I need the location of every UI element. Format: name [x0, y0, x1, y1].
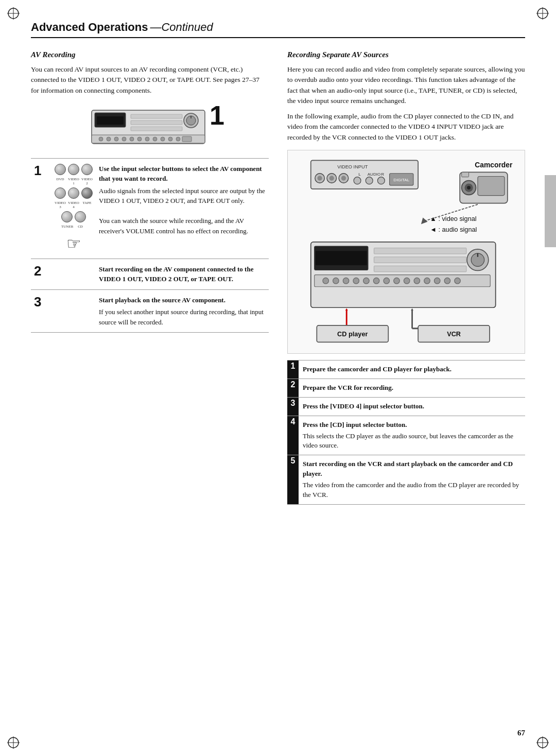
left-step-3: 3 Start playback on the source AV compon… — [31, 289, 269, 333]
svg-marker-59 — [421, 217, 428, 224]
svg-text:AUDIO: AUDIO — [368, 172, 381, 177]
diagram-area: VIDEO INPUT L AUDIO R — [287, 150, 525, 354]
step3-body: If you select another input source durin… — [99, 307, 266, 327]
right-step5-title: Start recording on the VCR and start pla… — [303, 460, 513, 477]
svg-point-30 — [153, 137, 157, 141]
right-step-num-2: 2 — [287, 379, 299, 398]
step-num-1: 1 — [31, 158, 51, 259]
svg-point-26 — [122, 137, 126, 141]
right-column: Recording Separate AV Sources Here you c… — [287, 50, 525, 505]
page-number: 67 — [517, 729, 525, 737]
right-step4-title: Press the [CD] input selector button. — [303, 421, 407, 428]
svg-point-23 — [99, 137, 103, 141]
btn-label-video3: VIDEO 3 — [55, 201, 66, 209]
svg-rect-69 — [374, 248, 466, 254]
svg-point-77 — [363, 278, 370, 284]
svg-point-40 — [329, 176, 334, 180]
right-step-5: 5 Start recording on the VCR and start p… — [287, 455, 525, 504]
left-section-title: AV Recording — [31, 50, 269, 59]
step1-body: Audio signals from the selected input so… — [99, 186, 266, 236]
btn-label-video2: VIDEO 2 — [81, 177, 93, 185]
step-num-3: 3 — [31, 289, 51, 333]
svg-point-29 — [145, 137, 149, 141]
svg-text:VIDEO INPUT: VIDEO INPUT — [337, 164, 368, 169]
svg-point-79 — [384, 278, 390, 284]
svg-point-56 — [467, 186, 471, 190]
step-content-1: Use the input selector buttons to select… — [96, 158, 269, 259]
svg-rect-71 — [374, 266, 466, 272]
page: Advanced Operations —Continued AV Record… — [0, 0, 556, 756]
left-step-1: 1 DVD VIDEO 1 — [31, 158, 269, 259]
svg-rect-72 — [315, 274, 491, 286]
svg-point-47 — [366, 177, 373, 184]
page-title: Advanced Operations — [31, 21, 148, 34]
svg-point-46 — [354, 177, 361, 184]
two-column-layout: AV Recording You can record AV input sou… — [31, 50, 525, 505]
step1-large-number: 1 — [210, 100, 224, 131]
svg-point-25 — [114, 137, 118, 141]
right-step-num-4: 4 — [287, 416, 299, 455]
right-step-num-1: 1 — [287, 360, 299, 379]
btn-label-video4: VIDEO 4 — [68, 201, 79, 209]
right-section-title: Recording Separate AV Sources — [287, 50, 525, 59]
svg-point-86 — [455, 278, 461, 284]
svg-point-48 — [377, 177, 385, 184]
svg-point-82 — [414, 278, 420, 284]
sel-btn-cd — [75, 211, 86, 222]
svg-text:CD player: CD player — [337, 330, 368, 338]
step2-title: Start recording on the AV component conn… — [99, 265, 253, 283]
svg-point-38 — [317, 176, 322, 180]
right-step-content-4: Press the [CD] input selector button. Th… — [299, 416, 525, 455]
page-header: Advanced Operations —Continued — [31, 21, 525, 38]
corner-mark-br — [535, 735, 550, 750]
btn-label-tape: TAPE — [81, 201, 93, 209]
right-step-num-3: 3 — [287, 397, 299, 416]
right-step-1: 1 Prepare the camcorder and CD player fo… — [287, 360, 525, 379]
sel-btn-video3 — [55, 187, 66, 199]
btn-label-tuner: TUNER — [61, 225, 73, 229]
step1-title: Use the input selector buttons to select… — [99, 165, 262, 183]
right-step4-body: This selects the CD player as the audio … — [303, 432, 523, 451]
sel-btn-video2 — [81, 164, 93, 175]
svg-point-75 — [343, 278, 349, 284]
step-icon-1: DVD VIDEO 1 VIDEO 2 V — [51, 158, 96, 259]
right-step-content-1: Prepare the camcorder and CD player for … — [299, 360, 525, 379]
svg-rect-34 — [182, 136, 192, 142]
corner-mark-tr — [535, 6, 550, 21]
svg-point-27 — [130, 137, 134, 141]
left-steps-table: 1 DVD VIDEO 1 — [31, 158, 269, 333]
right-step2-title: Prepare the VCR for recording. — [303, 384, 393, 391]
device-image-area: 1 ONKYO — [31, 105, 269, 151]
sel-btn-tape — [81, 187, 93, 199]
right-steps-table: 1 Prepare the camcorder and CD player fo… — [287, 360, 525, 504]
btn-label-video1: VIDEO 1 — [68, 177, 79, 185]
sel-btn-tuner — [61, 211, 73, 222]
svg-text:▲  : video signal: ▲ : video signal — [430, 215, 476, 222]
receiver-image: ONKYO — [91, 105, 209, 149]
right-step-num-5: 5 — [287, 455, 299, 504]
right-step3-title: Press the [VIDEO 4] input selector butto… — [303, 402, 424, 410]
svg-marker-91 — [345, 308, 348, 311]
svg-rect-15 — [97, 116, 124, 125]
right-step-3: 3 Press the [VIDEO 4] input selector but… — [287, 397, 525, 416]
btn-row-1 — [55, 164, 93, 175]
svg-text:DIGITAL: DIGITAL — [393, 178, 409, 182]
sel-btn-dvd — [55, 164, 66, 175]
svg-point-81 — [404, 278, 410, 284]
svg-point-33 — [176, 137, 180, 141]
svg-point-42 — [341, 176, 346, 180]
btn-row-3 — [61, 211, 86, 222]
svg-text:VCR: VCR — [447, 330, 461, 338]
right-step1-title: Prepare the camcorder and CD player for … — [303, 365, 451, 373]
left-intro-text: You can record AV input sources to an AV… — [31, 64, 269, 96]
svg-rect-19 — [131, 114, 182, 118]
svg-point-31 — [161, 137, 165, 141]
svg-rect-57 — [462, 172, 469, 177]
svg-point-74 — [333, 278, 339, 284]
right-intro-text1: Here you can record audio and video from… — [287, 64, 525, 106]
gray-sidebar — [545, 175, 556, 247]
step-content-3: Start playback on the source AV componen… — [96, 289, 269, 333]
svg-point-85 — [444, 278, 450, 284]
sel-btn-video4 — [68, 187, 79, 199]
btn-label-cd: CD — [75, 225, 86, 229]
